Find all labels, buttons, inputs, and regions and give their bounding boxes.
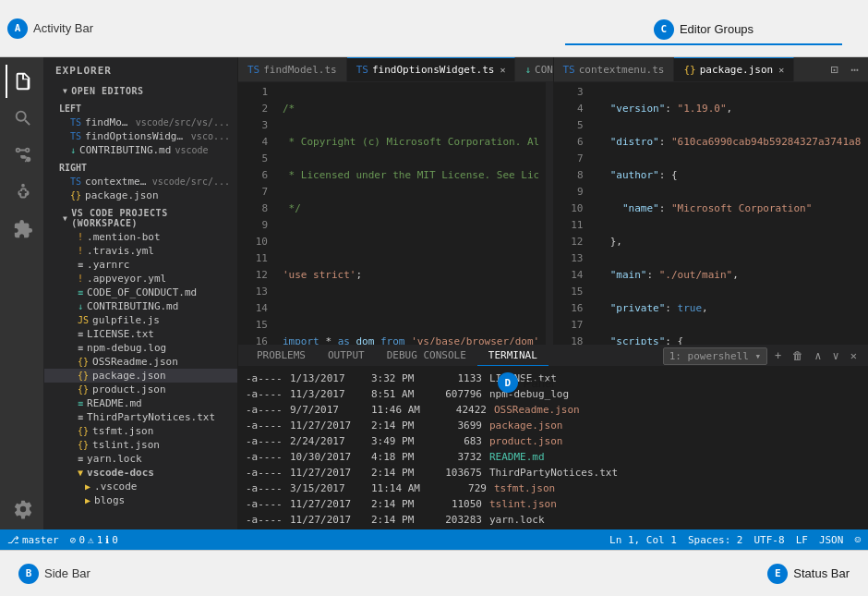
- tab-label: package.json: [700, 64, 773, 76]
- workspace-yarnrc[interactable]: ≡ .yarnrc: [44, 258, 237, 272]
- bottom-annotation-bar: B Side Bar E Status Bar: [0, 550, 868, 596]
- explorer-header: EXPLORER: [44, 57, 237, 84]
- file-icon: ↓: [78, 301, 83, 311]
- shell-selector[interactable]: 1: powershell ▾: [663, 347, 767, 365]
- terminal-row: -a----1/13/20173:32 PM1133 LICENSE.txt: [246, 371, 861, 386]
- ts-tab-icon: TS: [563, 64, 575, 76]
- file-icon: {}: [78, 440, 89, 450]
- md-icon: ↓: [70, 145, 76, 155]
- file-name: CONTRIBUTING.md: [87, 300, 178, 312]
- open-editor-findoptionswidget[interactable]: TS findOptionsWidget.ts vsco...: [44, 129, 237, 143]
- workspace-product-json[interactable]: {} product.json: [44, 383, 237, 396]
- file-name: CODE_OF_CONDUCT.md: [87, 286, 197, 298]
- search-icon[interactable]: [6, 102, 39, 135]
- code-editor-left: 12345 678910 1112131415 1617181920 /* * …: [238, 82, 553, 345]
- terminal-row: -a----11/3/20178:51 AM607796 npm-debug_l…: [246, 386, 861, 402]
- warning-count: 1: [97, 534, 103, 546]
- settings-icon[interactable]: [6, 493, 39, 526]
- annotation-e: E Status Bar: [767, 564, 850, 584]
- open-editor-contributing[interactable]: ↓ CONTRIBUTING.md vscode: [44, 143, 237, 157]
- workspace-thirdparty[interactable]: ≡ ThirdPartyNotices.txt: [44, 410, 237, 424]
- terminal-content: -a----1/13/20173:32 PM1133 LICENSE.txt -…: [238, 367, 868, 525]
- file-icon: ≡: [78, 260, 83, 270]
- workspace-contributing[interactable]: ↓ CONTRIBUTING.md: [44, 299, 237, 313]
- line-ending[interactable]: LF: [796, 534, 808, 546]
- terminal-row: -a----11/27/20172:14 PM3699 package.json: [246, 418, 861, 433]
- file-name: product.json: [92, 383, 165, 395]
- close-panel-icon[interactable]: ✕: [847, 347, 861, 364]
- file-icon: ≡: [78, 287, 83, 298]
- encoding[interactable]: UTF-8: [754, 534, 785, 546]
- file-icon: ≡: [78, 398, 83, 408]
- info-count: 0: [112, 534, 118, 546]
- git-branch[interactable]: ⎇ master: [7, 534, 59, 546]
- branch-name: master: [22, 534, 59, 546]
- file-name: .mention-bot: [87, 231, 160, 243]
- open-editor-findmodel[interactable]: TS findModel.ts vscode/src/vs/...: [44, 116, 237, 129]
- cursor-position[interactable]: Ln 1, Col 1: [609, 534, 677, 546]
- workspace-yarn-lock[interactable]: ≡ yarn.lock: [44, 452, 237, 466]
- extensions-icon[interactable]: [6, 213, 39, 246]
- tab-findmodel[interactable]: TS findModel.ts: [238, 58, 347, 81]
- tab-contributing[interactable]: ↓ CONTRIBUTING.md: [515, 58, 552, 81]
- add-terminal-icon[interactable]: +: [771, 347, 785, 364]
- tab-contextmenu[interactable]: TS contextmenu.ts: [554, 58, 675, 81]
- editor-group-right: TS contextmenu.ts {} package.json ✕ ⊡ ⋯: [554, 57, 869, 345]
- file-icon: {}: [78, 384, 89, 395]
- tab-close-icon[interactable]: ✕: [778, 65, 784, 75]
- feedback-icon[interactable]: ☺: [854, 534, 861, 546]
- source-control-icon[interactable]: [6, 139, 39, 172]
- file-name: gulpfile.js: [92, 314, 160, 326]
- more-actions-icon[interactable]: ⋯: [846, 58, 864, 80]
- workspace-ossreadme[interactable]: {} OSSReadme.json: [44, 355, 237, 369]
- workspace-code-of-conduct[interactable]: ≡ CODE_OF_CONDUCT.md: [44, 286, 237, 299]
- warning-icon: ⚠: [88, 534, 94, 546]
- file-name: findOptionsWidget.ts: [85, 130, 187, 142]
- tab-package-json[interactable]: {} package.json ✕: [674, 57, 794, 81]
- workspace-vscode-folder[interactable]: ▶ .vscode: [44, 480, 237, 493]
- file-name: .yarnrc: [87, 259, 129, 271]
- split-editor-icon[interactable]: ⊡: [825, 58, 843, 80]
- workspace-blogs-folder[interactable]: ▶ blogs: [44, 493, 237, 507]
- workspace-appveyor[interactable]: ! .appveyor.yml: [44, 272, 237, 286]
- tab-close-icon[interactable]: ✕: [500, 65, 505, 75]
- workspace-mention-bot[interactable]: ! .mention-bot: [44, 230, 237, 244]
- annotation-a-label: Activity Bar: [33, 21, 93, 35]
- annotation-a: A Activity Bar: [7, 18, 93, 39]
- indentation[interactable]: Spaces: 2: [688, 534, 743, 546]
- workspace-section[interactable]: ▼ VS CODE PROJECTS (WORKSPACE): [44, 206, 237, 230]
- panel-tab-terminal[interactable]: TERMINAL: [477, 346, 549, 366]
- workspace-gulpfile[interactable]: JS gulpfile.js: [44, 313, 237, 327]
- debug-icon[interactable]: [6, 176, 39, 209]
- annotation-c-label: Editor Groups: [680, 22, 753, 36]
- workspace-package-json[interactable]: {} package.json: [44, 369, 237, 383]
- maximize-panel-icon[interactable]: ∧: [811, 347, 825, 364]
- workspace-tslint[interactable]: {} tslint.json: [44, 438, 237, 452]
- open-editor-contextmenu[interactable]: TS contextmenu.ts vscode/src/...: [44, 175, 237, 189]
- restore-panel-icon[interactable]: ∨: [829, 347, 843, 364]
- open-editor-package-json[interactable]: {} package.json: [44, 189, 237, 202]
- errors-warnings[interactable]: ⊘ 0 ⚠ 1 ℹ 0: [70, 534, 118, 546]
- open-editors-section[interactable]: ▼ OPEN EDITORS: [44, 84, 237, 98]
- file-name: contextmenu.ts: [85, 176, 149, 188]
- workspace-license[interactable]: ≡ LICENSE.txt: [44, 327, 237, 341]
- ts-tab-icon: TS: [356, 64, 368, 76]
- workspace-tsfmt[interactable]: {} tsfmt.json: [44, 424, 237, 438]
- workspace-npm-debug[interactable]: ≡ npm-debug.log: [44, 341, 237, 355]
- file-icon: !: [78, 274, 83, 284]
- files-icon[interactable]: [6, 65, 39, 98]
- panel-tab-debug-console[interactable]: DEBUG CONSOLE: [376, 346, 477, 366]
- panel-tab-output[interactable]: OUTPUT: [317, 346, 376, 366]
- kill-terminal-icon[interactable]: 🗑: [789, 347, 807, 364]
- panel-tab-problems[interactable]: PROBLEMS: [246, 346, 317, 366]
- tab-findoptionswidget[interactable]: TS findOptionsWidget.ts ✕: [347, 57, 516, 81]
- ts-icon: TS: [70, 117, 81, 128]
- terminal-row: -a----11/27/20172:14 PM11050 tslint.json: [246, 496, 861, 512]
- language-mode[interactable]: JSON: [819, 534, 844, 546]
- workspace-readme[interactable]: ≡ README.md: [44, 396, 237, 410]
- workspace-travis[interactable]: ! .travis.yml: [44, 244, 237, 258]
- file-icon: JS: [78, 315, 89, 325]
- file-path: vscode: [175, 145, 208, 155]
- workspace-vscode-docs[interactable]: ▼ vscode-docs: [44, 466, 237, 480]
- file-name: tsfmt.json: [92, 425, 153, 437]
